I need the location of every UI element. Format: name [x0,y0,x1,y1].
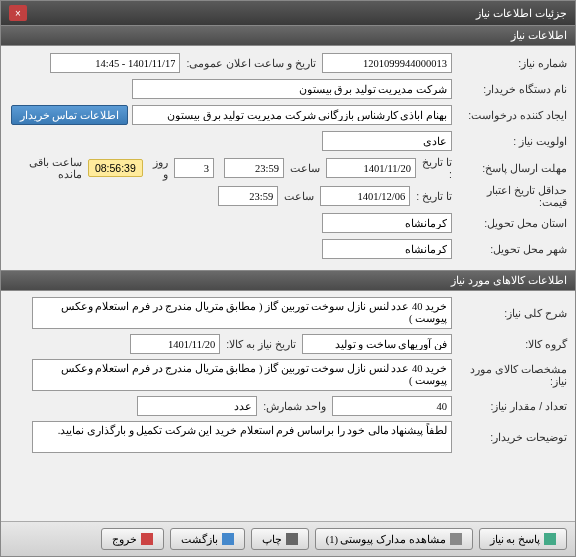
close-icon[interactable]: × [9,5,27,21]
print-label: چاپ [262,533,282,545]
back-button[interactable]: بازگشت [170,528,245,550]
need-info-form: شماره نیاز: تاریخ و ساعت اعلان عمومی: نا… [1,46,575,270]
need-number-label: شماره نیاز: [452,57,567,69]
respond-label: پاسخ به نیاز [490,533,540,545]
need-number-field[interactable] [322,53,452,73]
buyer-org-label: نام دستگاه خریدار: [452,83,567,95]
priority-label: اولویت نیاز : [452,135,567,147]
back-icon [222,533,234,545]
price-to-label: تا تاریخ : [410,190,452,202]
price-date-field[interactable] [320,186,410,206]
group-label: گروه کالا: [452,338,567,350]
unit-field[interactable] [137,396,257,416]
price-validity-label: حداقل تاریخ اعتبار قیمت: [452,184,567,208]
exit-button[interactable]: خروج [101,528,164,550]
days-label: روز و [143,156,174,180]
deadline-label: مهلت ارسال پاسخ: [452,162,567,174]
title-bar: جزئیات اطلاعات نیاز × [1,1,575,25]
need-date-field[interactable] [130,334,220,354]
spec-field[interactable] [32,359,452,391]
desc-label: شرح کلی نیاز: [452,307,567,319]
window-title: جزئیات اطلاعات نیاز [476,7,567,20]
footer-toolbar: پاسخ به نیاز مشاهده مدارک پیوستی (1) چاپ… [1,521,575,556]
deadline-to-label: تا تاریخ : [416,156,452,180]
priority-field[interactable] [322,131,452,151]
deadline-time-label: ساعت [284,162,326,174]
spec-label: مشخصات کالای مورد نیاز: [452,363,567,387]
city-label: شهر محل تحویل: [452,243,567,255]
exit-icon [141,533,153,545]
goods-info-form: شرح کلی نیاز: گروه کالا: تاریخ نیاز به ک… [1,291,575,463]
remaining-label: ساعت باقی مانده [9,156,88,180]
respond-icon [544,533,556,545]
countdown-badge: 08:56:39 [88,159,143,177]
desc-field[interactable] [32,297,452,329]
announce-field[interactable] [50,53,180,73]
buyer-org-field[interactable] [132,79,452,99]
unit-label: واحد شمارش: [257,400,332,412]
price-time-field[interactable] [218,186,278,206]
attachments-button[interactable]: مشاهده مدارک پیوستی (1) [315,528,473,550]
print-icon [286,533,298,545]
creator-label: ایجاد کننده درخواست: [452,109,567,121]
deadline-date-field[interactable] [326,158,416,178]
exit-label: خروج [112,533,137,545]
deadline-time-field[interactable] [224,158,284,178]
attachment-icon [450,533,462,545]
respond-button[interactable]: پاسخ به نیاز [479,528,567,550]
section-header-need-info: اطلاعات نیاز [1,25,575,46]
city-field[interactable] [322,239,452,259]
attachments-label: مشاهده مدارک پیوستی (1) [326,533,446,545]
price-time-label: ساعت [278,190,320,202]
back-label: بازگشت [181,533,218,545]
days-remaining-field [174,158,214,178]
contact-buyer-button[interactable]: اطلاعات تماس خریدار [11,105,128,125]
qty-field[interactable] [332,396,452,416]
qty-label: تعداد / مقدار نیاز: [452,400,567,412]
province-label: استان محل تحویل: [452,217,567,229]
need-date-label: تاریخ نیاز به کالا: [220,338,302,350]
creator-field[interactable] [132,105,452,125]
section-header-goods-info: اطلاعات کالاهای مورد نیاز [1,270,575,291]
print-button[interactable]: چاپ [251,528,309,550]
announce-label: تاریخ و ساعت اعلان عمومی: [180,57,322,69]
province-field[interactable] [322,213,452,233]
notes-field[interactable] [32,421,452,453]
group-field[interactable] [302,334,452,354]
notes-label: توضیحات خریدار: [452,431,567,443]
